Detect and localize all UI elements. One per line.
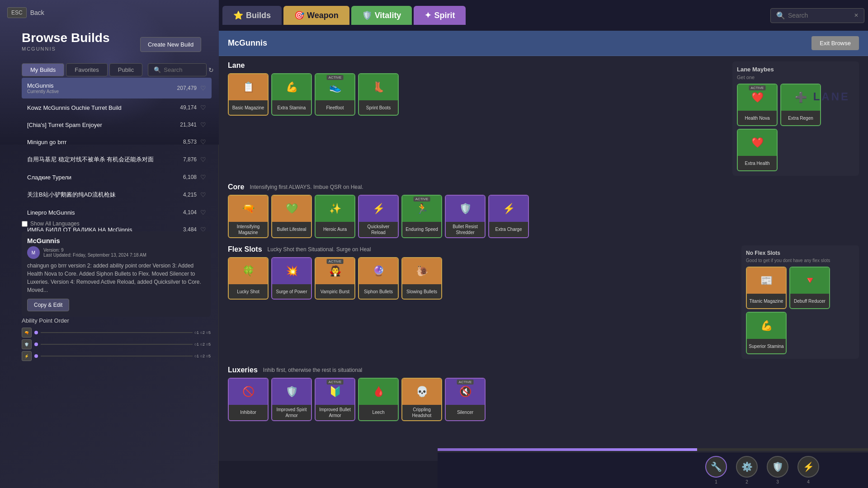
- build-search-input[interactable]: [164, 66, 200, 73]
- char-name: McGunnis: [228, 38, 267, 48]
- heart-icon[interactable]: ♡: [200, 138, 206, 145]
- item-card[interactable]: 🔻Debuff Reducer: [789, 267, 830, 309]
- item-card-icon: ❤️ACTIVE: [738, 84, 777, 111]
- build-name: 自用马基尼 稳定对线不被单杀 有机会还能杀对面: [27, 155, 154, 164]
- item-card[interactable]: ⚡Quicksilver Reload: [358, 195, 399, 238]
- build-name: Kowz McGunnis Ouchie Turret Build: [27, 104, 122, 111]
- heart-icon[interactable]: ♡: [200, 121, 206, 128]
- item-card-icon: 🐌: [402, 258, 441, 284]
- refresh-icon[interactable]: ↻: [208, 66, 214, 74]
- item-card[interactable]: 👢Sprint Boots: [358, 73, 399, 116]
- heart-icon[interactable]: ♡: [200, 191, 206, 198]
- item-card[interactable]: 🔮Siphon Bullets: [358, 257, 399, 300]
- list-item[interactable]: 自用马基尼 稳定对线不被单杀 有机会还能杀对面 7,876 ♡: [22, 151, 212, 168]
- back-label[interactable]: Back: [30, 9, 44, 16]
- item-card[interactable]: 🚫Inhibitor: [228, 378, 269, 421]
- item-card-name: Bullet Lifesteal: [272, 222, 311, 236]
- progress-bar: [438, 448, 868, 451]
- esc-button[interactable]: ESC: [7, 7, 27, 18]
- bottom-icon-4[interactable]: ⚡: [797, 456, 819, 478]
- item-card-icon: 🍀: [229, 258, 268, 284]
- item-card[interactable]: 🔇ACTIVESilencer: [445, 378, 486, 421]
- tab-favorites[interactable]: Favorites: [66, 63, 107, 76]
- item-card[interactable]: 👟ACTIVEFleetfoot: [315, 73, 355, 116]
- item-card[interactable]: 🏃ACTIVEEnduring Speed: [401, 195, 442, 238]
- item-card[interactable]: ❤️Extra Health: [737, 129, 778, 171]
- list-item[interactable]: Kowz McGunnis Ouchie Turret Build 49,174…: [22, 99, 212, 116]
- item-card[interactable]: 🍀Lucky Shot: [228, 257, 269, 300]
- bottom-icon-2[interactable]: ⚙️: [736, 456, 758, 478]
- item-card-name: Surge of Power: [272, 284, 311, 299]
- heart-icon[interactable]: ♡: [200, 84, 206, 92]
- vitality-icon: 🛡️: [362, 10, 372, 20]
- item-card[interactable]: 🔰ACTIVEImproved Bullet Armor: [315, 378, 355, 421]
- bottom-icon-1[interactable]: 🔧: [705, 456, 727, 478]
- heart-icon[interactable]: ♡: [200, 156, 206, 163]
- ability-row-1: 🔫 ○1 ○2 ○5: [22, 328, 211, 338]
- list-item[interactable]: [Chia's] Turret Spam Enjoyer 21,341 ♡: [22, 117, 212, 133]
- main-search-input[interactable]: [788, 12, 851, 19]
- lane-main: Lane 📋Basic Magazine💪Extra Stamina👟ACTIV…: [228, 61, 727, 176]
- item-card[interactable]: ⚡Extra Charge: [488, 195, 529, 238]
- item-card[interactable]: 🧛ACTIVEVampiric Burst: [315, 257, 355, 300]
- lane-section-split: Lane 📋Basic Magazine💪Extra Stamina👟ACTIV…: [228, 61, 859, 176]
- tab-public[interactable]: Public: [109, 63, 142, 76]
- item-card-icon: 🩸: [359, 379, 398, 405]
- build-search-box[interactable]: 🔍: [148, 63, 207, 76]
- bottom-item-3[interactable]: 🛡️ 3: [767, 456, 788, 484]
- build-name: Linepro McGunnis: [27, 209, 75, 216]
- search-clear-icon[interactable]: ✕: [854, 12, 859, 19]
- last-updated-label: Last Updated: Friday, September 13, 2024…: [43, 253, 146, 258]
- nav-tab-weapon[interactable]: 🎯 Weapon: [283, 6, 349, 25]
- item-card-icon: 🔮: [359, 258, 398, 284]
- nav-tab-builds[interactable]: ⭐ Builds: [222, 6, 282, 25]
- active-badge: ACTIVE: [327, 259, 344, 264]
- item-card[interactable]: 💀Crippling Headshot: [401, 378, 442, 421]
- bottom-item-4[interactable]: ⚡ 4: [797, 456, 819, 484]
- ability-row-3: ⚡ ○1 ○2 ○5: [22, 351, 211, 361]
- item-card[interactable]: ❤️ACTIVEHealth Nova: [737, 84, 778, 126]
- item-card[interactable]: 💥Surge of Power: [271, 257, 312, 300]
- heart-icon[interactable]: ♡: [200, 104, 206, 111]
- like-count: 49,174: [180, 104, 197, 111]
- show-all-lang-checkbox[interactable]: [22, 221, 28, 227]
- bottom-item-2[interactable]: ⚙️ 2: [736, 456, 758, 484]
- bottom-icon-3[interactable]: 🛡️: [767, 456, 788, 478]
- item-card-name: Extra Stamina: [272, 100, 311, 115]
- item-card[interactable]: 🔫Intensifying Magazine: [228, 195, 269, 238]
- ability-track: 🔫 ○1 ○2 ○5 🛡️ ○1 ○2 ○5 ⚡: [22, 328, 211, 361]
- item-card[interactable]: 🛡️Bullet Resist Shredder: [445, 195, 486, 238]
- tab-my-builds[interactable]: My Builds: [22, 63, 64, 76]
- list-item[interactable]: 关注B站小驴鹅酱的纯AD流机枪妹 4,215 ♡: [22, 186, 212, 203]
- list-item[interactable]: Linepro McGunnis 4,104 ♡: [22, 204, 212, 221]
- main-search-box[interactable]: 🔍 ✕: [770, 8, 864, 23]
- item-card[interactable]: 🐌Slowing Bullets: [401, 257, 442, 300]
- ability-dot: [34, 331, 38, 334]
- right-panel: ⭐ Builds 🎯 Weapon 🛡️ Vitality ✦ Spirit 🔍…: [219, 0, 868, 488]
- item-card[interactable]: 💪Superior Stamina: [746, 312, 787, 354]
- esc-back-area: ESC Back: [7, 7, 44, 18]
- heart-icon[interactable]: ♡: [200, 209, 206, 216]
- item-card[interactable]: 🩸Leech: [358, 378, 399, 421]
- list-item[interactable]: Сладкие Турели 6,108 ♡: [22, 169, 212, 185]
- create-new-build-button[interactable]: Create New Build: [140, 37, 201, 52]
- list-item[interactable]: Minigun go brrr 8,573 ♡: [22, 134, 212, 150]
- item-card[interactable]: 🛡️Improved Spirit Armor: [271, 378, 312, 421]
- item-card[interactable]: ✨Heroic Aura: [315, 195, 355, 238]
- bottom-num-4: 4: [807, 479, 810, 484]
- progress-bar-fill: [438, 448, 697, 451]
- exit-browse-button[interactable]: Exit Browse: [811, 36, 859, 50]
- item-card[interactable]: 📰Titanic Magazine: [746, 267, 787, 309]
- list-item[interactable]: McGunnis Currently Active 207,479 ♡: [22, 78, 212, 99]
- bottom-item-1[interactable]: 🔧 1: [705, 456, 727, 484]
- item-card[interactable]: 💪Extra Stamina: [271, 73, 312, 116]
- item-card[interactable]: 💚Bullet Lifesteal: [271, 195, 312, 238]
- item-card[interactable]: 📋Basic Magazine: [228, 73, 269, 116]
- nav-tab-spirit[interactable]: ✦ Spirit: [414, 6, 466, 25]
- heart-icon[interactable]: ♡: [200, 174, 206, 181]
- item-card-icon: 🏃ACTIVE: [402, 196, 441, 222]
- nav-tab-vitality[interactable]: 🛡️ Vitality: [351, 6, 412, 25]
- item-card-icon: 💀: [402, 379, 441, 405]
- copy-edit-button[interactable]: Copy & Edit: [27, 299, 69, 311]
- lane-annotation: LANE: [813, 90, 850, 103]
